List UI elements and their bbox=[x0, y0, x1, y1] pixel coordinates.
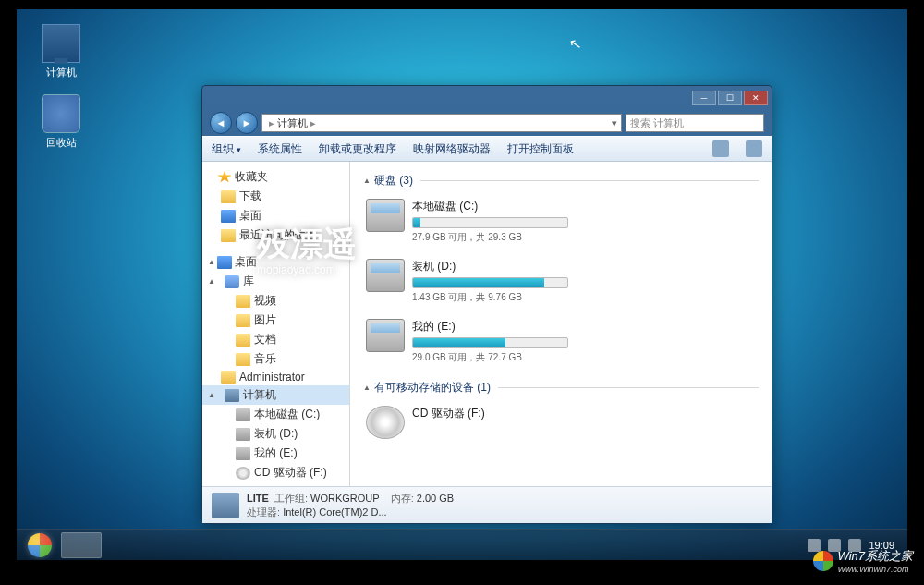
refresh-icon[interactable]: ▾ bbox=[612, 117, 617, 129]
folder-icon bbox=[221, 190, 236, 203]
forward-button[interactable]: ► bbox=[236, 112, 258, 134]
windows-flag-icon bbox=[813, 551, 833, 571]
close-button[interactable]: ✕ bbox=[744, 91, 768, 105]
computer-icon bbox=[225, 389, 239, 402]
sidebar-item-videos[interactable]: 视频 bbox=[202, 291, 349, 311]
recycle-bin-icon bbox=[42, 94, 80, 133]
folder-icon bbox=[236, 353, 250, 366]
sidebar-item-documents[interactable]: 文档 bbox=[202, 330, 349, 349]
computer-icon bbox=[212, 493, 239, 518]
system-properties-button[interactable]: 系统属性 bbox=[258, 141, 302, 157]
drive-c[interactable]: 本地磁盘 (C:) 27.9 GB 可用，共 29.3 GB bbox=[363, 196, 571, 247]
start-button[interactable] bbox=[22, 531, 57, 559]
sidebar-item-drive-c[interactable]: 本地磁盘 (C:) bbox=[202, 405, 349, 424]
desktop-icon bbox=[217, 256, 232, 269]
search-input[interactable]: 搜索 计算机 bbox=[626, 114, 764, 132]
hdd-icon bbox=[236, 428, 250, 441]
sidebar-item-downloads[interactable]: 下载 bbox=[202, 187, 349, 206]
drive-label: 我的 (E:) bbox=[412, 319, 568, 335]
corner-watermark: Win7系统之家 Www.Winwin7.com bbox=[813, 548, 913, 574]
sidebar-item-pictures[interactable]: 图片 bbox=[202, 311, 349, 330]
folder-icon bbox=[236, 314, 250, 327]
sidebar-item-drive-d[interactable]: 装机 (D:) bbox=[202, 424, 349, 444]
folder-icon bbox=[221, 229, 236, 242]
category-hard-disks[interactable]: ▲硬盘 (3) bbox=[363, 173, 759, 189]
window-titlebar[interactable]: ─ ☐ ✕ bbox=[202, 86, 772, 110]
back-button[interactable]: ◄ bbox=[210, 112, 232, 134]
open-control-panel-button[interactable]: 打开控制面板 bbox=[507, 141, 574, 157]
capacity-bar bbox=[412, 337, 568, 348]
hdd-icon bbox=[366, 199, 405, 232]
sidebar-item-drive-e[interactable]: 我的 (E:) bbox=[202, 444, 349, 463]
hdd-icon bbox=[366, 259, 405, 292]
taskbar: 19:09 bbox=[17, 529, 907, 560]
address-bar[interactable]: ▸ 计算机 ▸ ▾ bbox=[261, 114, 622, 132]
windows-orb-icon bbox=[28, 533, 52, 557]
search-placeholder: 搜索 计算机 bbox=[630, 116, 684, 130]
cd-icon bbox=[236, 467, 250, 480]
sidebar-item-computer[interactable]: ▲计算机 bbox=[202, 385, 349, 405]
uninstall-programs-button[interactable]: 卸载或更改程序 bbox=[319, 141, 396, 157]
sidebar-desktop-group[interactable]: ▲ 桌面 bbox=[202, 252, 349, 272]
drive-e[interactable]: 我的 (E:) 29.0 GB 可用，共 72.7 GB bbox=[363, 316, 571, 367]
sidebar-item-libraries[interactable]: ▲库 bbox=[202, 272, 349, 291]
organize-menu[interactable]: 组织 bbox=[212, 141, 241, 157]
drive-d[interactable]: 装机 (D:) 1.43 GB 可用，共 9.76 GB bbox=[363, 256, 571, 307]
category-removable[interactable]: ▲有可移动存储的设备 (1) bbox=[363, 380, 759, 396]
drive-f[interactable]: CD 驱动器 (F:) bbox=[363, 403, 571, 442]
desktop-screen: 计算机 回收站 ↖ ─ ☐ ✕ ◄ ► ▸ 计算机 ▸ ▾ 搜索 计算机 bbox=[17, 9, 907, 560]
sidebar-item-drive-f[interactable]: CD 驱动器 (F:) bbox=[202, 463, 349, 482]
cd-icon bbox=[366, 406, 405, 439]
help-icon[interactable] bbox=[746, 140, 762, 157]
sidebar-item-administrator[interactable]: Administrator bbox=[202, 369, 349, 385]
desktop-icon-recyclebin[interactable]: 回收站 bbox=[33, 94, 89, 150]
sidebar-item-music[interactable]: 音乐 bbox=[202, 349, 349, 369]
desktop-icon-computer[interactable]: 计算机 bbox=[33, 24, 89, 79]
folder-icon bbox=[236, 295, 250, 308]
folder-icon bbox=[236, 334, 250, 347]
hdd-icon bbox=[366, 319, 405, 352]
user-icon bbox=[221, 371, 236, 384]
sidebar-favorites[interactable]: 收藏夹 bbox=[202, 167, 349, 187]
library-icon bbox=[225, 275, 239, 288]
drive-label: 本地磁盘 (C:) bbox=[412, 199, 568, 214]
nav-row: ◄ ► ▸ 计算机 ▸ ▾ 搜索 计算机 bbox=[202, 110, 772, 136]
hdd-icon bbox=[236, 408, 250, 421]
drive-label: CD 驱动器 (F:) bbox=[412, 406, 568, 421]
hdd-icon bbox=[236, 447, 250, 460]
details-hostname: LITE bbox=[247, 493, 269, 504]
capacity-text: 1.43 GB 可用，共 9.76 GB bbox=[412, 291, 568, 304]
computer-icon bbox=[42, 24, 80, 63]
drive-label: 装机 (D:) bbox=[412, 259, 568, 274]
capacity-text: 29.0 GB 可用，共 72.7 GB bbox=[412, 351, 568, 364]
content-pane: ▲硬盘 (3) 本地磁盘 (C:) 27.9 GB 可用，共 29.3 GB bbox=[350, 162, 772, 486]
desktop-icon bbox=[221, 210, 236, 223]
capacity-bar bbox=[412, 217, 568, 228]
minimize-button[interactable]: ─ bbox=[692, 91, 716, 105]
window-body: 收藏夹 下载 桌面 最近访问的位置 ▲ 桌面 ▲库 视频 图片 文档 音乐 Ad… bbox=[202, 162, 772, 486]
capacity-text: 27.9 GB 可用，共 29.3 GB bbox=[412, 231, 568, 244]
details-pane: LITE 工作组: WORKGROUP 内存: 2.00 GB 处理器: Int… bbox=[202, 486, 772, 523]
desktop-icon-label: 回收站 bbox=[33, 136, 89, 150]
mouse-cursor-icon: ↖ bbox=[567, 34, 582, 54]
navigation-pane: 收藏夹 下载 桌面 最近访问的位置 ▲ 桌面 ▲库 视频 图片 文档 音乐 Ad… bbox=[202, 162, 350, 486]
desktop-icon-label: 计算机 bbox=[33, 66, 89, 79]
explorer-window: ─ ☐ ✕ ◄ ► ▸ 计算机 ▸ ▾ 搜索 计算机 组织 系统属性 卸载或更改… bbox=[201, 85, 772, 524]
map-network-drive-button[interactable]: 映射网络驱动器 bbox=[413, 141, 491, 157]
toolbar: 组织 系统属性 卸载或更改程序 映射网络驱动器 打开控制面板 bbox=[202, 136, 772, 162]
maximize-button[interactable]: ☐ bbox=[718, 91, 742, 105]
sidebar-item-desktop[interactable]: 桌面 bbox=[202, 206, 349, 225]
taskbar-item-explorer[interactable] bbox=[61, 532, 102, 558]
sidebar-item-recent[interactable]: 最近访问的位置 bbox=[202, 225, 349, 245]
star-icon bbox=[217, 171, 232, 184]
capacity-bar bbox=[412, 277, 568, 288]
address-segment[interactable]: 计算机 bbox=[277, 116, 308, 130]
view-options-icon[interactable] bbox=[712, 140, 729, 157]
